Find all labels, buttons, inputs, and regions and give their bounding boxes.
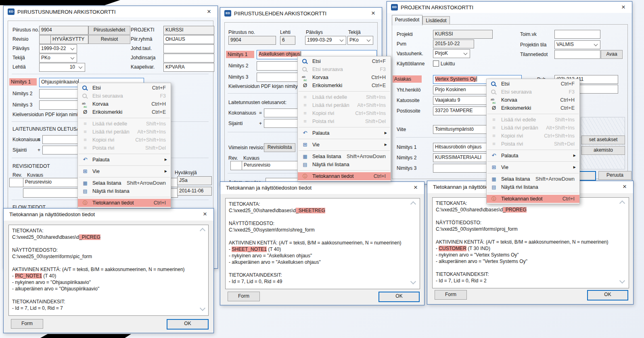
menu-item-palauta[interactable]: Palauta bbox=[487, 152, 579, 160]
app-ed-icon: ED bbox=[8, 8, 15, 15]
ok-button[interactable]: OK bbox=[378, 292, 420, 302]
kokonaisuus-label: Kokonaisuus bbox=[228, 110, 256, 116]
sijainti-field[interactable] bbox=[42, 146, 79, 154]
sijainti-field[interactable] bbox=[264, 119, 298, 128]
menu-item-korvaa[interactable]: KorvaaCtrl+H bbox=[298, 73, 391, 81]
lehti-field[interactable]: 6 bbox=[280, 36, 295, 45]
menu-item-nayta-rivi-listana[interactable]: Näytä rivi listana bbox=[78, 187, 171, 195]
close-icon[interactable]: × bbox=[619, 182, 630, 191]
hakemisto-button[interactable]: akemisto bbox=[581, 146, 625, 155]
dialog-text-line: C:\vxed25_00\system\forms\shreg_form bbox=[229, 227, 411, 233]
titlebar[interactable]: Tietokannan ja näyttötiedoston tiedot × bbox=[220, 182, 424, 194]
toim-vk-field[interactable] bbox=[554, 30, 600, 39]
asiakas-label-highlighted: Asiakas bbox=[393, 75, 422, 83]
menu-item-selaa-listana[interactable]: Selaa listanaShift+ArrowDown bbox=[298, 152, 391, 161]
form-button[interactable]: Form bbox=[435, 290, 467, 300]
menu-item-tietokannan-tiedot[interactable]: Tietokannan tiedotCtrl+I bbox=[487, 195, 579, 203]
close-icon[interactable]: × bbox=[618, 3, 629, 12]
tekija-dropdown[interactable]: PKo bbox=[39, 54, 77, 63]
database-info-icon bbox=[490, 196, 498, 202]
menu-item-poista-rivi: Poista riviShift+Del bbox=[78, 144, 171, 152]
ok-button[interactable]: OK bbox=[587, 290, 628, 300]
export-table-icon bbox=[301, 142, 309, 148]
menu-item-korvaa[interactable]: KorvaaCtrl+H bbox=[78, 100, 171, 108]
menu-item-korvaa[interactable]: KorvaaCtrl+H bbox=[487, 96, 579, 104]
text-cursor bbox=[477, 76, 477, 81]
row-delete-icon bbox=[301, 118, 309, 125]
nimitys1-label-highlighted: Nimitys 1 bbox=[9, 78, 37, 86]
menu-item-palauta[interactable]: Palauta bbox=[78, 156, 171, 164]
piirustus-no-field[interactable]: 9904 bbox=[228, 36, 276, 45]
avaa-button[interactable]: Avaa bbox=[601, 50, 623, 59]
rev-column-label: Rev. bbox=[228, 155, 238, 161]
menu-item-label: Tietokannan tiedot bbox=[92, 199, 154, 207]
kokonaisuus-field[interactable] bbox=[42, 135, 79, 144]
titlebar[interactable]: ED PROJEKTIN ARKISTOKORTTI × bbox=[387, 2, 632, 13]
lehtia-dropdown[interactable]: 10 bbox=[39, 63, 85, 72]
replace-icon bbox=[81, 101, 89, 107]
ok-button[interactable]: OK bbox=[167, 319, 209, 330]
projektin-tila-label: Projektin tila bbox=[520, 42, 546, 48]
tilannetiedot-field[interactable] bbox=[554, 50, 600, 59]
revisiolista-button[interactable]: Revisiolista bbox=[264, 143, 295, 152]
close-icon[interactable]: × bbox=[368, 9, 378, 18]
projekti-field[interactable]: KURSSI bbox=[433, 30, 493, 39]
paivays-dropdown[interactable]: 1999-03-29 bbox=[305, 36, 346, 45]
menu-item-erikoismerkki[interactable]: ErikoismerkkiCtrl+E bbox=[78, 108, 171, 116]
projektin-tila-dropdown[interactable]: VALMIS bbox=[554, 40, 600, 49]
kaapelivar-field[interactable]: KPVARA bbox=[163, 63, 214, 72]
dialog-text-line bbox=[229, 265, 411, 272]
menu-item-kopioi-rivi: Kopioi riviCtrl+Shift+Ins bbox=[487, 132, 579, 140]
hyvaksytty-pvm-field[interactable]: 2014-11-06 bbox=[177, 187, 212, 196]
menu-item-lisaa-rivi-edelle: Lisää rivi edelleShift+Ins bbox=[298, 93, 391, 101]
menu-item-erikoismerkki[interactable]: ErikoismerkkiCtrl+E bbox=[487, 104, 579, 112]
tekija-dropdown[interactable]: PKo bbox=[347, 36, 373, 45]
hyvaksyja-field[interactable]: JSa bbox=[177, 176, 212, 185]
kokonaisuus-field[interactable] bbox=[264, 108, 298, 117]
tab-lisatiedot[interactable]: Lisätiedot bbox=[422, 16, 450, 25]
menu-item-shortcut: Ctrl+I bbox=[374, 172, 386, 180]
menu-item-shortcut: Ctrl+E bbox=[152, 108, 166, 116]
form-button[interactable]: Form bbox=[11, 319, 43, 329]
rev-id-field[interactable] bbox=[9, 178, 25, 187]
menu-item-vie[interactable]: Vie bbox=[78, 167, 171, 175]
menu-item-palauta[interactable]: Palauta bbox=[298, 129, 391, 137]
menu-item-lisaa-rivi-peraan: Lisää rivi peräänAlt+Shift+Ins bbox=[78, 128, 171, 136]
close-icon[interactable]: × bbox=[200, 210, 210, 219]
lehtia-label: Lehtiä bbox=[13, 64, 26, 70]
piirustus-no-field[interactable]: 9904 bbox=[39, 26, 88, 35]
paivays-dropdown[interactable]: 1999-03-22 bbox=[39, 44, 77, 53]
menu-item-etsi[interactable]: EtsiCtrl+F bbox=[78, 84, 171, 92]
projekti-field[interactable]: KURSSI bbox=[163, 26, 214, 35]
piirustuslehdet-button[interactable]: Piirustuslehdet bbox=[88, 26, 130, 35]
menu-item-tietokannan-tiedot[interactable]: Tietokannan tiedotCtrl+I bbox=[78, 199, 171, 207]
close-icon[interactable]: × bbox=[204, 7, 214, 16]
close-icon[interactable]: × bbox=[410, 183, 421, 192]
menu-item-vie[interactable]: Vie bbox=[487, 163, 579, 171]
tab-perustiedot[interactable]: Perustiedot bbox=[392, 15, 422, 25]
menu-item-nayta-rivi-listana[interactable]: Näytä rivi listana bbox=[298, 161, 391, 169]
johdinsarja-field[interactable] bbox=[163, 54, 214, 63]
menu-item-tietokannan-tiedot[interactable]: Tietokannan tiedotCtrl+I bbox=[298, 172, 391, 180]
johd-taul-field[interactable] bbox=[163, 44, 214, 53]
titlebar[interactable]: Tietokannan ja näyttötiedoston tiedot × bbox=[4, 209, 213, 221]
asetukset-button[interactable]: set asetukset bbox=[581, 136, 625, 144]
titlebar[interactable]: ED PIIRUSTUSNUMERON ARKISTOKORTTI × bbox=[4, 6, 217, 17]
menu-item-selaa-listana[interactable]: Selaa listanaShift+ArrowDown bbox=[78, 179, 171, 187]
peruuta-button[interactable]: Peruuta bbox=[598, 171, 631, 180]
pvm-field[interactable]: 2015-10-22 bbox=[433, 40, 474, 48]
vastuuhenk-dropdown[interactable]: PirjoK bbox=[433, 49, 470, 58]
lukittu-checkbox-label: Lukittu bbox=[441, 61, 455, 67]
johd-taul-label: Johd.taul. bbox=[131, 46, 152, 51]
menu-item-selaa-listana[interactable]: Selaa listanaShift+ArrowDown bbox=[487, 175, 579, 183]
titlebar[interactable]: ED PIIRUSTUSLEHDEN ARKISTOKORTTI × bbox=[220, 8, 382, 19]
menu-item-vie[interactable]: Vie bbox=[298, 141, 391, 149]
menu-item-nayta-rivi-listana[interactable]: Näytä rivi listana bbox=[487, 183, 579, 191]
revisiot-button[interactable]: Revisiot bbox=[88, 35, 130, 44]
menu-item-etsi[interactable]: EtsiCtrl+F bbox=[487, 80, 579, 88]
menu-item-etsi[interactable]: EtsiCtrl+F bbox=[298, 57, 391, 65]
form-button[interactable]: Form bbox=[228, 292, 260, 301]
menu-item-erikoismerkki[interactable]: ErikoismerkkiCtrl+E bbox=[298, 81, 391, 90]
piir-ryhma-field[interactable]: OHJAUS bbox=[163, 35, 214, 44]
lukittu-checkbox[interactable] bbox=[433, 61, 439, 67]
